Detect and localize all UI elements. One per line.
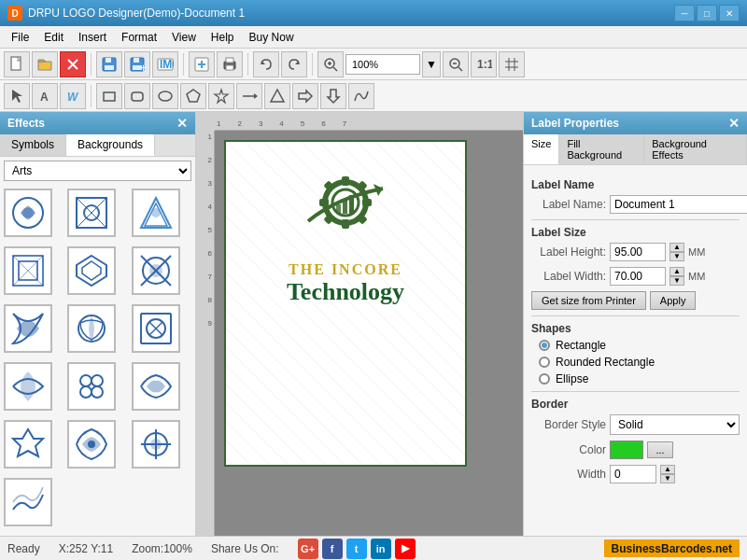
- canvas-document[interactable]: THE INCORE Technology: [224, 140, 467, 467]
- text-tool[interactable]: A: [32, 83, 58, 109]
- rounded-rect-label: Rounded Rectangle: [556, 356, 655, 369]
- maximize-button[interactable]: □: [697, 5, 717, 21]
- menu-format[interactable]: Format: [114, 26, 164, 48]
- minimize-button[interactable]: ─: [674, 5, 695, 21]
- rectangle-radio[interactable]: [539, 340, 550, 351]
- save-as-button[interactable]: +: [124, 51, 150, 77]
- effect-item[interactable]: [67, 189, 116, 237]
- svg-marker-30: [12, 90, 22, 103]
- effect-item[interactable]: [132, 304, 180, 353]
- import-button[interactable]: [189, 51, 215, 77]
- tab-backgrounds[interactable]: Backgrounds: [66, 134, 155, 156]
- twitter-button[interactable]: t: [346, 539, 367, 559]
- rounded-rect-tool[interactable]: [124, 83, 150, 109]
- effect-item[interactable]: [4, 478, 52, 526]
- effect-item[interactable]: [4, 189, 52, 237]
- new-button[interactable]: [4, 51, 30, 77]
- zoom-in-button[interactable]: [317, 51, 344, 77]
- star-tool[interactable]: [208, 83, 234, 109]
- effect-item[interactable]: [67, 246, 116, 295]
- effect-item[interactable]: [132, 420, 180, 469]
- wordart-tool[interactable]: W: [60, 83, 86, 109]
- save-button[interactable]: [96, 51, 122, 77]
- window-controls: ─ □ ✕: [674, 5, 740, 21]
- triangle-tool[interactable]: [264, 83, 290, 109]
- close-button[interactable]: ✕: [719, 5, 740, 21]
- height-up[interactable]: ▲: [669, 243, 684, 252]
- printer-size-row: Get size from Printer Apply: [531, 291, 740, 310]
- linkedin-button[interactable]: in: [371, 539, 391, 559]
- actual-size-button[interactable]: 1:1: [471, 51, 497, 77]
- arrow-tool[interactable]: [236, 83, 262, 109]
- redo-button[interactable]: [281, 51, 307, 77]
- export-button[interactable]: IMG: [152, 51, 178, 77]
- get-size-from-printer-button[interactable]: Get size from Printer: [531, 291, 646, 310]
- google-plus-button[interactable]: G+: [298, 539, 318, 559]
- tab-symbols[interactable]: Symbols: [0, 134, 66, 156]
- props-close[interactable]: ✕: [728, 116, 740, 131]
- logo-main-text: THE INCORE: [289, 261, 402, 278]
- select-tool[interactable]: [4, 83, 30, 109]
- border-width-up[interactable]: ▲: [660, 465, 675, 474]
- ellipse-radio[interactable]: [539, 373, 550, 385]
- border-width-input[interactable]: [610, 465, 656, 483]
- effects-panel-close[interactable]: ✕: [176, 116, 188, 131]
- effect-item[interactable]: [67, 362, 116, 411]
- zoom-out-button[interactable]: [443, 51, 469, 77]
- effects-tabs: Symbols Backgrounds: [0, 134, 195, 157]
- menu-view[interactable]: View: [164, 26, 204, 48]
- biz-main-text: BusinessBarcodes: [612, 542, 712, 555]
- menu-buynow[interactable]: Buy Now: [242, 26, 302, 48]
- effect-item[interactable]: [132, 189, 180, 237]
- tab-size[interactable]: Size: [524, 134, 559, 164]
- rounded-rect-radio[interactable]: [539, 357, 550, 368]
- svg-point-74: [150, 439, 162, 450]
- close-doc-button[interactable]: [60, 51, 86, 77]
- color-swatch[interactable]: [610, 441, 643, 459]
- rect-tool[interactable]: [96, 83, 122, 109]
- category-dropdown[interactable]: Arts: [4, 161, 191, 181]
- facebook-button[interactable]: f: [322, 539, 343, 559]
- border-width-down[interactable]: ▼: [660, 474, 675, 483]
- arrow-down-tool[interactable]: [320, 83, 346, 109]
- polygon-tool[interactable]: [180, 83, 206, 109]
- zoom-input[interactable]: [345, 54, 420, 75]
- width-input[interactable]: [610, 267, 666, 286]
- effect-item[interactable]: [132, 246, 180, 295]
- width-down[interactable]: ▼: [669, 276, 684, 286]
- effect-item[interactable]: [4, 246, 52, 295]
- tab-fill-background[interactable]: Fill Background: [559, 134, 644, 164]
- color-picker-button[interactable]: ...: [647, 441, 673, 458]
- logo-sub-text: Technology: [287, 278, 404, 306]
- menu-edit[interactable]: Edit: [36, 26, 71, 48]
- label-name-input[interactable]: [610, 195, 747, 214]
- width-up[interactable]: ▲: [669, 267, 684, 276]
- effect-item[interactable]: [4, 362, 52, 411]
- effect-item[interactable]: [67, 304, 116, 353]
- arrow-right-tool[interactable]: [292, 83, 318, 109]
- border-style-select[interactable]: Solid: [610, 414, 740, 435]
- effect-item[interactable]: [4, 304, 52, 353]
- status-coords: X:252 Y:11: [59, 542, 114, 555]
- zoom-dropdown-button[interactable]: ▼: [422, 51, 441, 77]
- grid-button[interactable]: [499, 51, 525, 77]
- width-spinner: ▲ ▼: [669, 267, 684, 286]
- open-button[interactable]: [32, 51, 58, 77]
- border-color-label: Color: [531, 443, 606, 456]
- curve-tool[interactable]: [348, 83, 374, 109]
- height-input[interactable]: [610, 243, 666, 261]
- menu-file[interactable]: File: [4, 26, 36, 48]
- undo-button[interactable]: [253, 51, 279, 77]
- apply-button[interactable]: Apply: [650, 291, 697, 310]
- effect-item[interactable]: [132, 362, 180, 411]
- tab-background-effects[interactable]: Background Effects: [644, 134, 747, 164]
- menu-help[interactable]: Help: [204, 26, 242, 48]
- print-button[interactable]: [217, 51, 243, 77]
- menu-insert[interactable]: Insert: [71, 26, 114, 48]
- effect-item[interactable]: [4, 420, 52, 469]
- status-zoom: Zoom:100%: [132, 542, 192, 555]
- effect-item[interactable]: [67, 420, 116, 469]
- ellipse-tool[interactable]: [152, 83, 178, 109]
- youtube-button[interactable]: ▶: [395, 539, 416, 559]
- height-down[interactable]: ▼: [669, 252, 684, 261]
